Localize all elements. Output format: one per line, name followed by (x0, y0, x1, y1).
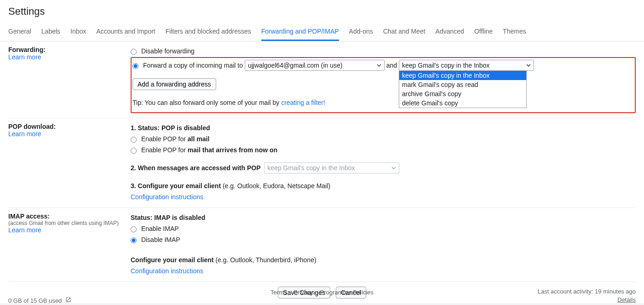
radio-disable-forwarding[interactable] (131, 49, 137, 55)
forwarding-learn-more-link[interactable]: Learn more (8, 53, 41, 61)
imap-configure-bold: Configure your email client (131, 256, 215, 264)
tab-offline[interactable]: Offline (474, 22, 493, 41)
pop-enable-all-bold: all mail (188, 135, 209, 143)
disable-forwarding-label: Disable forwarding (141, 47, 195, 55)
pop-when-accessed-label: 2. When messages are accessed with POP (131, 164, 260, 172)
imap-heading: IMAP access: (8, 213, 126, 220)
forward-copy-label: Forward a copy of incoming mail to (143, 62, 245, 69)
imap-learn-more-link[interactable]: Learn more (8, 226, 41, 234)
tab-chat-and-meet[interactable]: Chat and Meet (383, 22, 426, 41)
tab-inbox[interactable]: Inbox (70, 22, 86, 41)
pop-copy-select: keep Gmail's copy in the Inbox (264, 162, 399, 173)
radio-pop-all-mail[interactable] (131, 137, 137, 143)
page-title: Settings (0, 0, 644, 22)
forwarding-address-select[interactable]: ujjwalgoel64@gmail.com (in use) (245, 60, 385, 71)
storage-text: 0 GB of 15 GB used (8, 297, 62, 304)
forwarding-heading: Forwarding: (8, 46, 126, 53)
forward-and-label: and (386, 62, 399, 69)
imap-configure-rest: (e.g. Outlook, Thunderbird, iPhone) (215, 256, 316, 264)
pop-copy-selected: keep Gmail's copy in the Inbox (267, 164, 355, 172)
forwarding-copy-select[interactable]: keep Gmail's copy in the Inbox (399, 60, 534, 71)
pop-learn-more-link[interactable]: Learn more (8, 130, 41, 138)
tab-general[interactable]: General (8, 22, 31, 41)
chevron-down-icon (526, 63, 531, 68)
chevron-down-icon (391, 166, 396, 170)
forwarding-highlight-box: Forward a copy of incoming mail to ujjwa… (131, 57, 636, 113)
chevron-down-icon (377, 63, 381, 68)
enable-imap-label: Enable IMAP (141, 225, 179, 232)
imap-subnote: (access Gmail from other clients using I… (8, 220, 126, 226)
forwarding-copy-dropdown[interactable]: keep Gmail's copy in the Inboxmark Gmail… (399, 71, 527, 108)
forwarding-tip-text: Tip: You can also forward only some of y… (132, 99, 281, 106)
tab-add-ons[interactable]: Add-ons (349, 22, 373, 41)
pop-enable-now-label: Enable POP for (141, 146, 188, 154)
tab-advanced[interactable]: Advanced (436, 22, 464, 41)
tab-themes[interactable]: Themes (503, 22, 526, 41)
pop-configure-bold: 3. Configure your email client (131, 182, 223, 190)
disable-imap-label: Disable IMAP (141, 236, 180, 243)
pop-enable-now-bold: mail that arrives from now on (188, 146, 277, 154)
footer-storage: 0 GB of 15 GB used (8, 297, 71, 304)
forwarding-copy-option[interactable]: archive Gmail's copy (399, 89, 526, 98)
section-imap: IMAP access: (access Gmail from other cl… (8, 208, 636, 282)
tab-forwarding-and-pop-imap[interactable]: Forwarding and POP/IMAP (261, 22, 339, 41)
pop-config-instructions-link[interactable]: Configuration instructions (131, 193, 203, 201)
forwarding-copy-selected: keep Gmail's copy in the Inbox (402, 62, 489, 69)
settings-tabs: GeneralLabelsInboxAccounts and ImportFil… (0, 22, 644, 41)
radio-disable-imap[interactable] (131, 237, 137, 243)
section-pop: POP download: Learn more 1. Status: POP … (8, 118, 636, 208)
imap-status-prefix: Status: (131, 214, 154, 221)
tab-filters-and-blocked-addresses[interactable]: Filters and blocked addresses (166, 22, 251, 41)
footer-activity: Last account activity: 19 minutes ago (538, 288, 636, 296)
tab-labels[interactable]: Labels (41, 22, 60, 41)
forwarding-copy-option[interactable]: keep Gmail's copy in the Inbox (399, 71, 526, 80)
pop-heading: POP download: (8, 123, 126, 130)
radio-enable-imap[interactable] (131, 226, 137, 232)
imap-status-value: IMAP is disabled (154, 214, 205, 221)
tab-accounts-and-import[interactable]: Accounts and Import (96, 22, 155, 41)
pop-status-prefix: 1. Status: (131, 124, 161, 132)
radio-forward-copy[interactable] (132, 63, 138, 69)
footer-details-link[interactable]: Details (617, 296, 636, 303)
open-in-new-icon[interactable] (65, 297, 71, 304)
section-forwarding: Forwarding: Learn more Disable forwardin… (8, 41, 636, 118)
pop-configure-rest: (e.g. Outlook, Eudora, Netscape Mail) (223, 182, 330, 190)
pop-status-value: POP is disabled (161, 124, 210, 132)
forwarding-copy-option[interactable]: delete Gmail's copy (399, 98, 526, 108)
imap-config-instructions-link[interactable]: Configuration instructions (131, 267, 203, 275)
add-forwarding-address-button[interactable]: Add a forwarding address (132, 78, 216, 90)
pop-enable-all-label: Enable POP for (141, 135, 188, 143)
forwarding-address-selected: ujjwalgoel64@gmail.com (in use) (248, 62, 343, 69)
create-filter-link[interactable]: creating a filter! (281, 99, 325, 106)
radio-pop-from-now[interactable] (131, 148, 137, 154)
forwarding-copy-option[interactable]: mark Gmail's copy as read (399, 80, 526, 89)
